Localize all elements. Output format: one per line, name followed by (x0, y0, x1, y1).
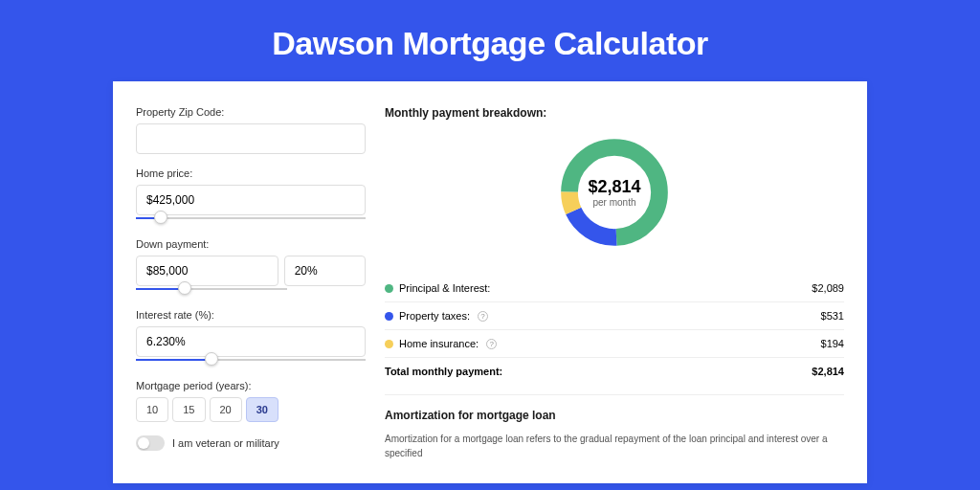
zip-label: Property Zip Code: (136, 106, 366, 118)
toggle-knob-icon (138, 437, 149, 449)
legend-row: Property taxes:?$531 (385, 301, 844, 329)
home-price-label: Home price: (136, 167, 366, 179)
period-button-15[interactable]: 15 (172, 397, 205, 422)
interest-label: Interest rate (%): (136, 309, 366, 321)
slider-thumb-icon[interactable] (205, 352, 218, 366)
legend-dot-icon (385, 284, 393, 293)
veteran-toggle-row: I am veteran or military (136, 435, 366, 451)
info-icon[interactable]: ? (478, 311, 488, 322)
slider-thumb-icon[interactable] (178, 281, 191, 295)
home-price-input[interactable] (136, 185, 366, 215)
legend-label: Property taxes: (399, 310, 470, 322)
legend-label: Principal & Interest: (399, 282, 490, 294)
down-payment-slider[interactable] (136, 284, 287, 296)
total-label: Total monthly payment: (385, 366, 502, 377)
legend-amount: $531 (821, 310, 844, 322)
interest-slider[interactable] (136, 355, 366, 367)
amortization-text: Amortization for a mortgage loan refers … (385, 432, 844, 460)
donut-amount: $2,814 (588, 177, 640, 197)
amortization-title: Amortization for mortgage loan (385, 409, 844, 422)
legend-row: Home insurance:?$194 (385, 329, 844, 357)
interest-input[interactable] (136, 326, 366, 357)
slider-thumb-icon[interactable] (154, 211, 167, 224)
legend-list: Principal & Interest:$2,089Property taxe… (385, 275, 844, 385)
down-payment-input[interactable] (136, 256, 278, 286)
breakdown-column: Monthly payment breakdown: $2,814 per mo… (385, 106, 844, 483)
period-button-10[interactable]: 10 (136, 397, 168, 422)
legend-row: Principal & Interest:$2,089 (385, 275, 844, 301)
period-button-30[interactable]: 30 (246, 397, 278, 422)
period-group: Mortgage period (years): 10152030 (136, 380, 366, 422)
zip-field-group: Property Zip Code: (136, 106, 366, 154)
form-column: Property Zip Code: Home price: Down paym… (136, 106, 366, 483)
legend-dot-icon (385, 312, 393, 321)
amortization-section: Amortization for mortgage loan Amortizat… (385, 394, 844, 460)
period-label: Mortgage period (years): (136, 380, 366, 391)
page-title: Dawson Mortgage Calculator (0, 0, 980, 81)
total-amount: $2,814 (812, 366, 844, 377)
home-price-slider[interactable] (136, 213, 366, 225)
legend-total-row: Total monthly payment:$2,814 (385, 357, 844, 385)
down-payment-pct-input[interactable] (284, 256, 366, 286)
legend-dot-icon (385, 340, 393, 348)
down-payment-group: Down payment: (136, 238, 366, 296)
info-icon[interactable]: ? (486, 339, 497, 349)
legend-label: Home insurance: (399, 338, 479, 349)
donut-per-month: per month (588, 197, 640, 208)
breakdown-title: Monthly payment breakdown: (385, 106, 844, 120)
interest-group: Interest rate (%): (136, 309, 366, 367)
legend-amount: $2,089 (812, 282, 844, 294)
home-price-group: Home price: (136, 167, 366, 225)
veteran-toggle[interactable] (136, 435, 165, 451)
down-payment-label: Down payment: (136, 238, 366, 250)
calculator-card: Property Zip Code: Home price: Down paym… (113, 81, 867, 483)
veteran-label: I am veteran or military (172, 437, 279, 449)
legend-amount: $194 (821, 338, 844, 349)
donut-chart: $2,814 per month (385, 133, 844, 252)
zip-input[interactable] (136, 123, 366, 154)
period-button-20[interactable]: 20 (210, 397, 242, 422)
